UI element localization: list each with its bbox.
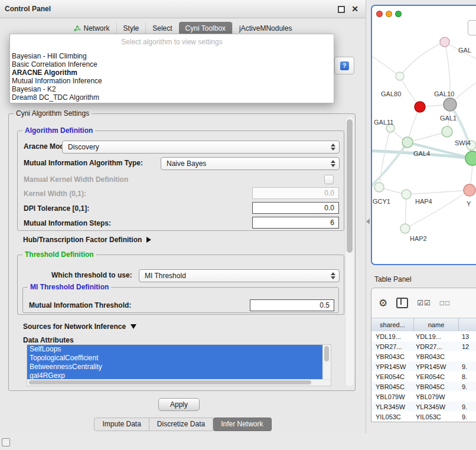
bottom-tab-discretize-data[interactable]: Discretize Data	[149, 418, 213, 431]
algorithm-option[interactable]: Bayesian - K2	[11, 85, 332, 93]
algorithm-info-button[interactable]: ?	[334, 57, 354, 74]
which-threshold-value: MI Threshold	[145, 272, 186, 280]
network-node[interactable]	[374, 182, 384, 192]
kernel-width-field[interactable]: 0.0	[252, 187, 339, 199]
node-label: GAL4	[413, 150, 430, 157]
list-vertical-scrollbar[interactable]	[322, 345, 331, 380]
table-cell: YBL079W	[371, 393, 414, 400]
table-cell: YER054C	[414, 373, 459, 380]
list-item[interactable]: SelfLoops	[27, 345, 323, 354]
tab-label: Cyni Toolbox	[185, 22, 226, 35]
table-panel-title: Table Panel	[374, 275, 412, 283]
table-column-header[interactable]: name	[414, 318, 459, 331]
network-node[interactable]	[442, 126, 452, 137]
data-attributes-list[interactable]: SelfLoopsTopologicalCoefficientBetweenne…	[27, 344, 331, 386]
table-cell: YER054C	[371, 373, 414, 380]
deselect-all-columns-icon[interactable]: □□	[440, 299, 451, 307]
network-node[interactable]	[464, 184, 475, 196]
network-node[interactable]	[402, 190, 411, 199]
node-label: HAP2	[410, 235, 427, 242]
mi-threshold-definition-title: MI Threshold Definition	[28, 283, 111, 291]
bottom-tab-infer-network[interactable]: Infer Network	[213, 418, 271, 431]
network-edge[interactable]	[379, 128, 390, 187]
hub-definition-section[interactable]: Hub/Transcription Factor Definition	[23, 236, 151, 244]
network-edge[interactable]	[407, 132, 447, 142]
scrollbar-thumb[interactable]	[347, 119, 353, 253]
algorithm-option[interactable]: Mutual Information Inference	[11, 77, 332, 85]
network-node[interactable]	[415, 102, 425, 112]
list-horizontal-scrollbar[interactable]	[27, 379, 331, 386]
network-node[interactable]	[402, 137, 413, 148]
tab-cyni-toolbox[interactable]: Cyni Toolbox	[179, 22, 232, 35]
data-attributes-label: Data Attributes	[23, 336, 74, 344]
tab-network[interactable]: Network	[67, 22, 116, 35]
mi-steps-label: Mutual Information Steps:	[24, 219, 111, 227]
close-icon[interactable]: ✕	[351, 4, 358, 14]
panel-collapse-handle-icon[interactable]	[366, 219, 370, 224]
table-row[interactable]: YPR145WYPR145W9.	[371, 361, 476, 371]
table-cell: YDL19...	[414, 333, 459, 340]
mi-threshold-field[interactable]: 0.5	[250, 299, 334, 311]
restore-panel-icon[interactable]	[2, 438, 10, 446]
dpi-tolerance-field[interactable]: 0.0	[252, 202, 339, 214]
table-panel-window: ⚙ ☑☑ □□ shared...name YDL19...YDL19...13…	[371, 288, 476, 422]
table-row[interactable]: YER054CYER054C8.	[371, 371, 476, 381]
table-cell: YLR345W	[414, 403, 459, 410]
table-row[interactable]: YBL079WYBL079W	[371, 392, 476, 402]
table-row[interactable]: YLR345WYLR345W9.	[371, 402, 476, 412]
table-column-header[interactable]	[459, 318, 476, 331]
columns-icon[interactable]	[396, 298, 408, 308]
tab-label: Select	[152, 22, 172, 35]
network-node[interactable]	[444, 98, 457, 111]
float-window-icon[interactable]	[338, 6, 345, 13]
table-row[interactable]: YBR045CYBR045C9.	[371, 381, 476, 392]
table-column-header[interactable]: shared...	[371, 318, 414, 331]
combo-arrows-icon	[331, 144, 335, 151]
network-edge[interactable]	[372, 53, 400, 76]
network-canvas[interactable]: GALGAL80GAL10GAL11GAL1SWI4GAL4GCY1HAP4YH…	[372, 18, 476, 265]
network-node[interactable]	[440, 37, 449, 47]
control-panel-titlebar[interactable]: Control Panel ✕	[0, 0, 366, 18]
tab-style[interactable]: Style	[116, 22, 146, 35]
window-minimize-icon[interactable]	[386, 11, 392, 17]
mi-algorithm-type-select[interactable]: Naive Bayes	[161, 157, 340, 170]
network-edge[interactable]	[406, 190, 470, 194]
sources-section[interactable]: Sources for Network Inference	[23, 322, 136, 331]
table-row[interactable]: YDR27...YDR27...12	[371, 341, 476, 351]
gear-icon[interactable]: ⚙	[379, 298, 387, 308]
mi-steps-field[interactable]: 6	[252, 217, 339, 229]
algorithm-option[interactable]: Dream8 DC_TDC Algorithm	[11, 93, 332, 102]
table-row[interactable]: YBR043CYBR043C	[371, 351, 476, 361]
table-cell: YDR27...	[414, 343, 459, 350]
list-item[interactable]: BetweennessCentrality	[27, 363, 323, 371]
tab-select[interactable]: Select	[145, 22, 178, 35]
algorithm-option[interactable]: ARACNE Algorithm	[11, 69, 332, 77]
table-toolbar: ⚙ ☑☑ □□	[379, 298, 451, 308]
panel-title: Control Panel	[5, 5, 51, 13]
network-node[interactable]	[396, 72, 404, 80]
network-edge[interactable]	[400, 42, 445, 76]
select-all-columns-icon[interactable]: ☑☑	[417, 299, 431, 307]
network-edge[interactable]	[405, 190, 470, 229]
scrollbar-thumb[interactable]	[29, 380, 311, 384]
bottom-tab-impute-data[interactable]: Impute Data	[94, 418, 149, 431]
network-node[interactable]	[400, 224, 410, 233]
network-node[interactable]	[465, 151, 476, 165]
tab-label: Network	[84, 22, 110, 35]
window-zoom-icon[interactable]	[395, 11, 402, 17]
table-cell: YLR345W	[371, 403, 414, 410]
algorithm-option[interactable]: Bayesian - Hill Climbing	[11, 52, 332, 60]
algorithm-option[interactable]: Basic Correlation Inference	[11, 60, 332, 69]
tab-jactivemnodules[interactable]: jActiveMNodules	[232, 22, 298, 35]
which-threshold-select[interactable]: MI Threshold	[139, 269, 340, 282]
table-row[interactable]: YDL19...YDL19...13	[371, 331, 476, 341]
settings-vertical-scrollbar[interactable]	[345, 117, 354, 386]
apply-button[interactable]: Apply	[158, 398, 200, 411]
window-close-icon[interactable]	[376, 11, 383, 17]
table-row[interactable]: YIL053CYIL053C9.	[371, 412, 476, 422]
network-edge[interactable]	[450, 105, 472, 158]
aracne-mode-select[interactable]: Discovery	[62, 141, 340, 154]
manual-kernel-width-checkbox[interactable]	[324, 175, 334, 184]
scrollbar-thumb[interactable]	[324, 346, 329, 361]
list-item[interactable]: TopologicalCoefficient	[27, 354, 323, 363]
